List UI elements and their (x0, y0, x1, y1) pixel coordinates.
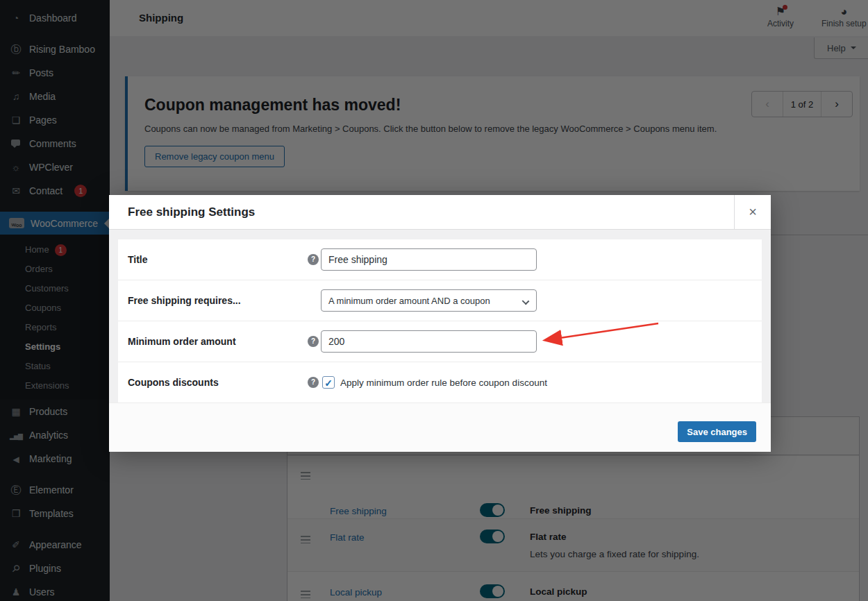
modal-body: Title ? Free shipping requires... A mini… (109, 230, 771, 403)
free-shipping-requires-select[interactable]: A minimum order amount AND a coupon (321, 289, 537, 312)
close-icon: × (749, 204, 757, 220)
field-row-title: Title ? (118, 239, 762, 280)
apply-minimum-order-rule-checkbox[interactable] (322, 376, 335, 389)
close-button[interactable]: × (734, 195, 771, 229)
help-icon[interactable]: ? (308, 336, 319, 347)
field-row-free-shipping-requires: Free shipping requires... A minimum orde… (118, 280, 762, 321)
title-input[interactable] (321, 248, 537, 271)
field-label: Free shipping requires... (128, 295, 241, 306)
field-label: Coupons discounts (128, 377, 219, 388)
modal-header: Free shipping Settings × (109, 195, 771, 230)
help-icon[interactable]: ? (308, 254, 319, 265)
checkbox-label: Apply minimum order rule before coupon d… (340, 378, 547, 388)
minimum-order-amount-input[interactable] (321, 330, 537, 353)
modal-title: Free shipping Settings (128, 205, 255, 219)
save-changes-button[interactable]: Save changes (678, 421, 756, 442)
help-icon[interactable]: ? (308, 377, 319, 388)
field-label: Title (128, 254, 148, 265)
field-row-minimum-order-amount: Minimum order amount ? (118, 321, 762, 362)
field-label: Minimum order amount (128, 336, 236, 347)
chevron-down-icon (522, 298, 530, 305)
modal-footer: Save changes (109, 403, 771, 452)
free-shipping-settings-modal: Free shipping Settings × Title ? Free sh… (109, 195, 771, 452)
field-row-coupons-discounts: Coupons discounts ? Apply minimum order … (118, 362, 762, 403)
